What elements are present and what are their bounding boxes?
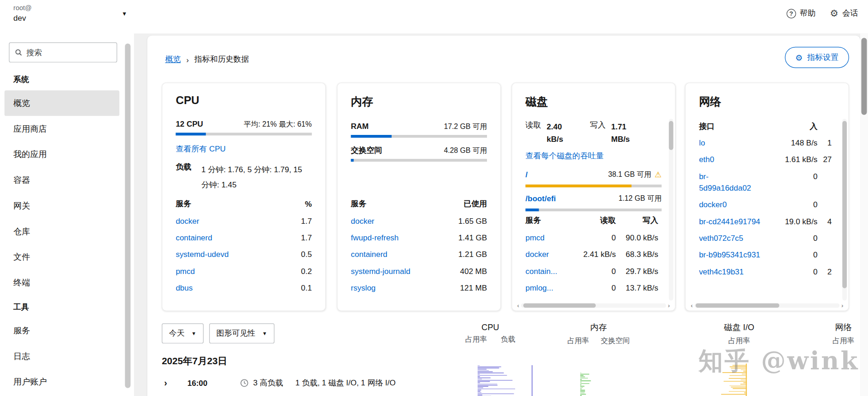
sidebar-item-app-store[interactable]: 应用商店	[5, 116, 119, 142]
in-value: 0	[761, 249, 818, 261]
ram-usage-fill	[351, 135, 392, 138]
sidebar-item-repos[interactable]: 仓库	[5, 219, 119, 245]
page-toolbar: 概览 › 指标和历史数据 ⚙ 指标设置	[165, 49, 849, 71]
scrollbar-thumb[interactable]	[861, 38, 867, 115]
expand-chevron-icon[interactable]: ›	[159, 378, 172, 388]
sidebar-scrollbar-thumb[interactable]	[125, 43, 130, 388]
sidebar-item-gateway[interactable]: 网关	[5, 193, 119, 219]
sidebar-item-files[interactable]: 文件	[5, 244, 119, 270]
service-link[interactable]: fwupd-refresh	[351, 233, 399, 242]
event-time: 16:00	[188, 379, 207, 387]
service-link[interactable]: pmlog...	[526, 283, 569, 292]
interface-link[interactable]: veth072c7c5	[699, 233, 760, 244]
service-link[interactable]: contain...	[526, 267, 569, 275]
event-description: 1 负载, 1 磁盘 I/O, 1 网络 I/O	[295, 378, 396, 388]
view-all-cpu-link[interactable]: 查看所有 CPU	[176, 145, 225, 155]
disk-card: 磁盘 读取 2.40 kB/s 写入 1.71 MB/s	[511, 82, 675, 311]
disk-services-table: 服务 读取 写入 pmcd 0 90.0 kB/s docker 2.41 kB…	[526, 212, 658, 296]
sidebar-item-containers[interactable]: 容器	[5, 167, 119, 193]
sidebar-item-terminal[interactable]: 终端	[5, 270, 119, 296]
interface-link[interactable]: eth0	[699, 154, 760, 165]
metrics-settings-button[interactable]: ⚙ 指标设置	[785, 47, 849, 68]
swap-usage-bar	[351, 159, 487, 162]
timeline-controls: 今天 ▼ 图形可见性 ▼	[162, 323, 274, 344]
service-link[interactable]: pmcd	[526, 233, 569, 242]
interface-link[interactable]: br-cd2441e91794	[699, 216, 760, 227]
scrollbar-thumb[interactable]	[696, 303, 780, 308]
host-switcher[interactable]: root@ dev	[13, 4, 32, 22]
table-row: docker 1.65 GB	[351, 212, 487, 229]
write-value: 68.3 kB/s	[616, 250, 658, 258]
filesystem-boot-link[interactable]: /boot/efi	[526, 194, 556, 203]
caret-down-icon[interactable]: ▼	[122, 11, 127, 17]
service-link[interactable]: rsyslog	[351, 283, 376, 292]
service-link[interactable]: docker	[351, 216, 375, 225]
metric-subcolumn: 交换空间	[601, 336, 630, 346]
column-header-service: 服务	[176, 199, 191, 209]
column-header-used: 已使用	[463, 199, 487, 209]
interface-link[interactable]: br-b9b95341c931	[699, 249, 760, 261]
scrollbar-thumb[interactable]	[523, 303, 596, 308]
cpu-card: CPU 12 CPU 平均: 21% 最大: 61% 查看所有 CPU 负载 1…	[162, 82, 326, 311]
interface-link[interactable]: veth4c19b31	[699, 266, 760, 278]
memory-card-title: 内存	[338, 83, 501, 109]
scroll-left-icon[interactable]: ‹	[689, 302, 694, 309]
service-link[interactable]: docker	[176, 216, 199, 225]
interface-link[interactable]: lo	[699, 137, 760, 149]
sidebar-item-overview[interactable]: 概览	[5, 90, 119, 116]
table-row: docker 2.41 kB/s 68.3 kB/s	[526, 246, 658, 262]
disk-vertical-scrollbar	[669, 119, 674, 301]
out-value: 4	[817, 216, 832, 227]
metric-subcolumn: 占用率	[567, 336, 589, 346]
service-link[interactable]: containerd	[176, 233, 212, 242]
disk-card-title: 磁盘	[512, 83, 675, 109]
interface-link[interactable]: br-5d99a16dda02	[699, 171, 760, 194]
service-link[interactable]: docker	[526, 250, 569, 258]
network-card: 网络 接口 入 lo 148 B/s 1 eth0 1.61 kB/s 27	[685, 82, 849, 311]
service-link[interactable]: pmcd	[176, 267, 194, 275]
cpu-metric-column: CPU 占用率 负载	[465, 322, 516, 344]
cpu-count: 12 CPU	[176, 119, 203, 128]
gear-icon: ⚙	[830, 9, 838, 18]
interface-link[interactable]: docker0	[699, 199, 760, 210]
service-link[interactable]: dbus	[176, 283, 193, 292]
caret-down-icon: ▼	[191, 331, 196, 336]
search-icon	[15, 48, 22, 56]
filesystem-root-link[interactable]: /	[526, 170, 528, 179]
ram-label: RAM	[351, 122, 369, 130]
table-row: veth4c19b31 0 2	[699, 263, 832, 280]
help-menu[interactable]: ? 帮助	[786, 8, 815, 18]
service-link[interactable]: systemd-journald	[351, 267, 411, 275]
disk-read-unit: kB/s	[547, 133, 563, 146]
out-value: 1	[817, 137, 832, 149]
date-range-dropdown[interactable]: 今天 ▼	[162, 323, 204, 344]
scroll-left-icon[interactable]: ‹	[516, 302, 521, 309]
sidebar-item-services[interactable]: 服务	[5, 318, 119, 344]
service-link[interactable]: systemd-udevd	[176, 250, 229, 258]
service-link[interactable]: containerd	[351, 250, 387, 258]
cpu-avg-max: 平均: 21% 最大: 61%	[244, 119, 312, 129]
graph-visibility-dropdown[interactable]: 图形可见性 ▼	[209, 323, 275, 344]
scrollbar-thumb[interactable]	[842, 121, 847, 288]
sidebar-item-logs[interactable]: 日志	[5, 344, 119, 369]
service-value: 0.5	[301, 250, 312, 258]
sidebar-item-my-apps[interactable]: 我的应用	[5, 142, 119, 168]
search-box[interactable]	[9, 42, 117, 63]
host-name: dev	[13, 13, 32, 22]
scroll-right-icon[interactable]: ›	[666, 302, 672, 309]
session-menu[interactable]: ⚙ 会话	[830, 8, 858, 18]
sidebar-item-accounts[interactable]: 用户账户	[5, 369, 119, 395]
cpu-card-title: CPU	[162, 83, 325, 107]
table-row: docker0 0	[699, 196, 832, 213]
scrollbar-thumb[interactable]	[669, 121, 674, 150]
column-header-service: 服务	[351, 199, 367, 209]
disk-throughput-link[interactable]: 查看每个磁盘的吞吐量	[526, 151, 604, 161]
column-header-in: 入	[761, 122, 818, 132]
table-row: br-cd2441e91794 19.0 kB/s 4	[699, 213, 832, 230]
breadcrumb-overview-link[interactable]: 概览	[165, 55, 181, 65]
scroll-right-icon[interactable]: ›	[839, 302, 845, 309]
metric-subcolumn: 占用率	[465, 334, 487, 344]
sidebar: 系统 概览 应用商店 我的应用 容器 网关 仓库 文件 终端 工具 服务 日志 …	[0, 34, 134, 396]
search-input[interactable]	[26, 48, 111, 57]
help-icon: ?	[786, 9, 796, 18]
